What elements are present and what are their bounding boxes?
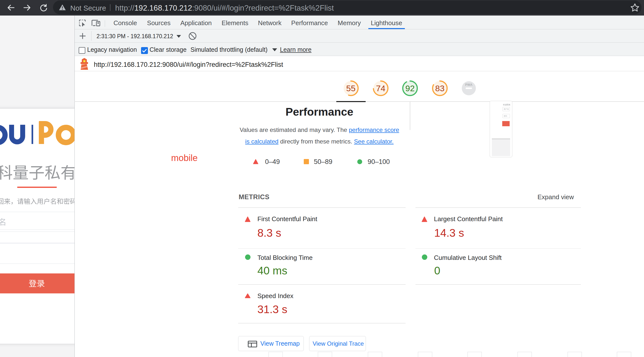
svg-text:92: 92 (405, 84, 415, 93)
svg-text:PWA: PWA (465, 83, 473, 86)
svg-text:83: 83 (435, 84, 444, 93)
svg-text:55: 55 (346, 84, 356, 93)
svg-text:74: 74 (376, 84, 385, 93)
